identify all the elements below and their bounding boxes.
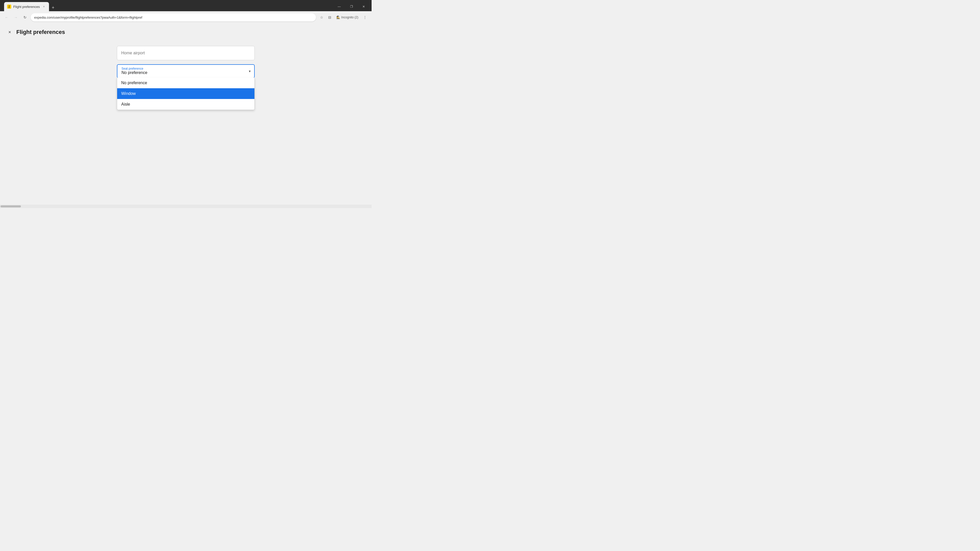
scrollbar-thumb[interactable] xyxy=(0,205,21,207)
window-controls: — ❐ ✕ xyxy=(333,3,369,11)
seat-preference-select[interactable]: Seat preference No preference ▾ xyxy=(117,64,255,78)
close-window-button[interactable]: ✕ xyxy=(358,3,369,11)
select-label: Seat preference xyxy=(121,67,250,70)
menu-button[interactable]: ⋮ xyxy=(361,14,369,21)
home-airport-input[interactable] xyxy=(117,46,255,60)
dropdown-list: No preference Window Aisle xyxy=(117,78,255,110)
dropdown-item-aisle[interactable]: Aisle xyxy=(117,99,255,110)
incognito-badge[interactable]: 🕵 Incognito (2) xyxy=(334,14,360,20)
tab-list: Z Flight preferences × + xyxy=(4,2,332,11)
bookmark-button[interactable]: ☆ xyxy=(318,14,325,21)
dropdown-item-window[interactable]: Window xyxy=(117,88,255,99)
back-button[interactable]: ← xyxy=(3,14,10,21)
new-tab-button[interactable]: + xyxy=(49,4,57,11)
dropdown-item-no-preference[interactable]: No preference xyxy=(117,78,255,88)
address-input[interactable] xyxy=(30,13,316,21)
horizontal-scrollbar[interactable] xyxy=(0,205,372,208)
tab-title: Flight preferences xyxy=(13,5,40,9)
page-content: × Flight preferences Seat preference No … xyxy=(0,24,372,205)
page-title: Flight preferences xyxy=(16,29,65,35)
address-actions: ☆ ⊟ 🕵 Incognito (2) ⋮ xyxy=(318,14,369,21)
sidebar-toggle-button[interactable]: ⊟ xyxy=(326,14,333,21)
form-container: Seat preference No preference ▾ No prefe… xyxy=(117,46,255,97)
select-header: Seat preference No preference xyxy=(118,65,254,78)
active-tab[interactable]: Z Flight preferences × xyxy=(4,2,49,11)
address-bar-row: ← → ↻ ☆ ⊟ 🕵 Incognito (2) ⋮ xyxy=(0,11,372,24)
incognito-label: Incognito (2) xyxy=(341,16,358,19)
tab-favicon: Z xyxy=(7,5,11,9)
page-header: × Flight preferences xyxy=(0,24,372,41)
restore-button[interactable]: ❐ xyxy=(345,3,357,11)
forward-button[interactable]: → xyxy=(12,14,19,21)
tab-bar: Z Flight preferences × + — ❐ ✕ xyxy=(0,0,372,11)
incognito-icon: 🕵 xyxy=(336,16,340,19)
refresh-button[interactable]: ↻ xyxy=(21,14,29,21)
tab-close-button[interactable]: × xyxy=(42,5,46,9)
browser-chrome: Z Flight preferences × + — ❐ ✕ ← → ↻ ☆ ⊟… xyxy=(0,0,372,24)
seat-preference-container: Seat preference No preference ▾ No prefe… xyxy=(117,64,255,78)
select-value: No preference xyxy=(121,70,250,75)
minimize-button[interactable]: — xyxy=(333,3,345,11)
form-area: Seat preference No preference ▾ No prefe… xyxy=(0,41,372,205)
page-close-button[interactable]: × xyxy=(6,29,13,36)
